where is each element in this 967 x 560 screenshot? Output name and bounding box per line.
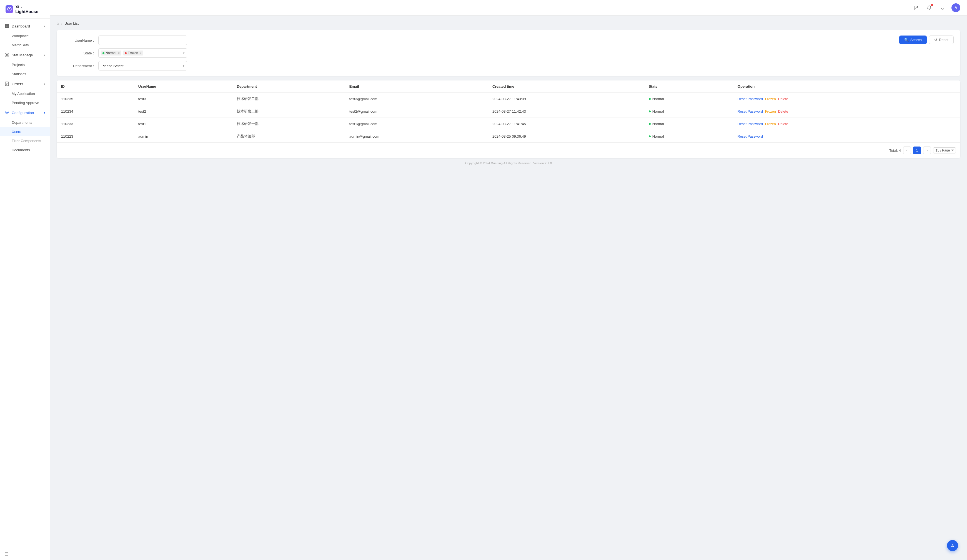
sidebar-item-dashboard[interactable]: Dashboard ▾ (0, 21, 50, 31)
cell-department: 技术研发二部 (233, 93, 345, 105)
home-icon[interactable]: ⌂ (57, 21, 59, 26)
reset-button[interactable]: ↺ Reset (929, 36, 954, 44)
col-operation: Operation (733, 81, 960, 93)
sidebar-nav: Dashboard ▾ Workplace MetricSets Stat Ma… (0, 18, 50, 548)
sidebar-item-configuration[interactable]: Configuration ▾ (0, 107, 50, 118)
cell-created-time: 2024-03-25 09:36:49 (488, 130, 644, 143)
table-row: 110223 admin 产品体验部 admin@gmail.com 2024-… (57, 130, 960, 143)
pagination: Total: 4 ‹ 1 › 15 / Page 30 / Page 50 / … (57, 142, 960, 158)
stat-manage-label: Stat Manage (12, 53, 33, 57)
sidebar-bottom: ☰ (0, 548, 50, 560)
normal-tag-close[interactable]: × (118, 51, 120, 55)
frozen-tag-label: Frozen (128, 51, 138, 55)
state-select-arrow: ▾ (183, 51, 185, 55)
normal-dot (102, 52, 104, 54)
op-frozen[interactable]: Frozen (765, 110, 776, 114)
prev-page-btn[interactable]: ‹ (903, 147, 911, 154)
cell-username: test2 (134, 105, 233, 118)
normal-tag-label: Normal (106, 51, 116, 55)
op-delete[interactable]: Delete (778, 122, 788, 126)
cell-username: test3 (134, 93, 233, 105)
footer-text: Copyright © 2024 XueLing All Rights Rese… (465, 161, 552, 165)
cell-operation: Reset PasswordFrozenDelete (733, 105, 960, 118)
state-tag-frozen: Frozen × (123, 51, 143, 56)
svg-rect-2 (7, 24, 9, 26)
table-row: 110233 test1 技术研发一部 test1@gmail.com 2024… (57, 118, 960, 130)
op-frozen[interactable]: Frozen (765, 97, 776, 101)
sidebar: XL-LightHouse Dashboard ▾ Workplace Metr… (0, 0, 50, 560)
users-table: ID UserName Department Email Created tim… (57, 81, 960, 142)
next-page-btn[interactable]: › (923, 147, 931, 154)
cell-operation: Reset PasswordFrozenDelete (733, 93, 960, 105)
configuration-icon (5, 110, 10, 115)
status-label: Normal (652, 97, 664, 101)
op-reset-password[interactable]: Reset Password (738, 110, 763, 114)
op-delete[interactable]: Delete (778, 110, 788, 114)
op-frozen[interactable]: Frozen (765, 122, 776, 126)
col-state: State (644, 81, 733, 93)
department-select[interactable]: Please Select (98, 61, 187, 71)
sidebar-item-documents[interactable]: Documents (0, 145, 50, 155)
dashboard-label: Dashboard (12, 24, 30, 28)
sidebar-item-projects[interactable]: Projects (0, 60, 50, 69)
sidebar-item-departments[interactable]: Departments (0, 118, 50, 127)
cell-email: test3@gmail.com (345, 93, 488, 105)
table-row: 110234 test2 技术研发二部 test2@gmail.com 2024… (57, 105, 960, 118)
sidebar-item-workplace[interactable]: Workplace (0, 31, 50, 41)
cell-department: 技术研发二部 (233, 105, 345, 118)
state-label: State : (63, 51, 94, 55)
user-avatar[interactable]: A (951, 3, 960, 12)
username-input[interactable] (98, 36, 187, 45)
cell-department: 技术研发一部 (233, 118, 345, 130)
sidebar-item-metricsets[interactable]: MetricSets (0, 41, 50, 50)
cell-id: 110235 (57, 93, 134, 105)
frozen-dot (125, 52, 127, 54)
table-body: 110235 test3 技术研发二部 test3@gmail.com 2024… (57, 93, 960, 143)
op-reset-password[interactable]: Reset Password (738, 135, 763, 138)
sidebar-item-filter-components[interactable]: Filter Components (0, 136, 50, 145)
sidebar-item-pending-approve[interactable]: Pending Approve (0, 98, 50, 107)
svg-point-11 (7, 112, 8, 114)
sidebar-item-users[interactable]: Users (0, 127, 50, 136)
dashboard-icon (5, 23, 10, 29)
fab-button[interactable]: A (947, 540, 958, 551)
svg-rect-1 (5, 24, 7, 26)
tools-icon[interactable] (911, 3, 920, 12)
sidebar-logo: XL-LightHouse (0, 0, 50, 18)
per-page-select[interactable]: 15 / Page 30 / Page 50 / Page (933, 147, 956, 153)
stat-manage-chevron: ▾ (44, 54, 45, 57)
sidebar-item-stat-manage[interactable]: Stat Manage ▾ (0, 50, 50, 60)
cell-username: admin (134, 130, 233, 143)
frozen-tag-close[interactable]: × (140, 51, 141, 55)
cell-state: Normal (644, 105, 733, 118)
status-dot (649, 110, 651, 112)
collapse-icon[interactable]: ☰ (5, 552, 8, 557)
notifications-icon[interactable] (925, 3, 934, 12)
cell-department: 产品体验部 (233, 130, 345, 143)
search-button[interactable]: 🔍 Search (899, 36, 927, 44)
svg-point-0 (8, 7, 12, 11)
status-label: Normal (652, 134, 664, 138)
cell-email: test1@gmail.com (345, 118, 488, 130)
op-delete[interactable]: Delete (778, 97, 788, 101)
status-label: Normal (652, 122, 664, 126)
sidebar-item-orders[interactable]: Orders ▾ (0, 79, 50, 89)
total-count: Total: 4 (889, 148, 901, 153)
sidebar-item-statistics[interactable]: Statistics (0, 69, 50, 79)
op-reset-password[interactable]: Reset Password (738, 122, 763, 126)
orders-icon (5, 81, 10, 86)
breadcrumb-current: User List (64, 21, 79, 26)
op-reset-password[interactable]: Reset Password (738, 97, 763, 101)
page-1-btn[interactable]: 1 (913, 147, 921, 154)
theme-icon[interactable] (938, 3, 947, 12)
cell-email: admin@gmail.com (345, 130, 488, 143)
state-tag-normal: Normal × (101, 51, 121, 56)
breadcrumb: ⌂ / User List (57, 21, 960, 26)
footer: Copyright © 2024 XueLing All Rights Rese… (57, 158, 960, 168)
sidebar-item-my-application[interactable]: My Application (0, 89, 50, 98)
username-label: UserName : (63, 38, 94, 43)
state-select[interactable]: Normal × Frozen × ▾ (98, 48, 187, 58)
configuration-label: Configuration (12, 111, 34, 115)
dashboard-chevron: ▾ (44, 25, 45, 28)
cell-id: 110234 (57, 105, 134, 118)
